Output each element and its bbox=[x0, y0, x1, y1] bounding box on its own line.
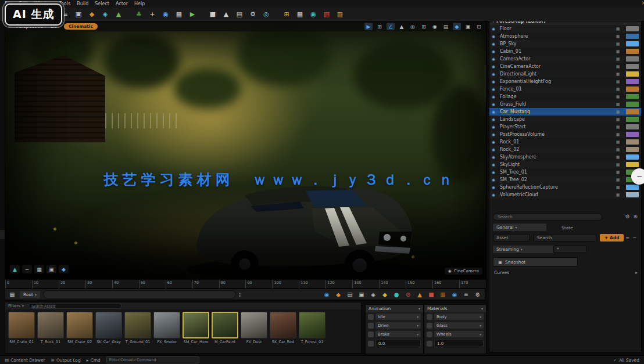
view-options-icon[interactable]: ▣ bbox=[464, 23, 472, 30]
layers-icon[interactable]: ▤ bbox=[345, 290, 355, 299]
outliner-row[interactable]: ◉ SkyLight ▦ bbox=[489, 161, 641, 168]
menu-item[interactable]: Actor bbox=[116, 1, 128, 6]
visibility-eye-icon[interactable]: ◉ bbox=[492, 102, 500, 107]
scale-tool-icon[interactable]: ▲ bbox=[398, 23, 406, 30]
add-actor-icon[interactable]: + bbox=[148, 10, 157, 19]
layers-icon[interactable]: ▧ bbox=[322, 10, 331, 19]
sphere-icon[interactable]: ● bbox=[392, 290, 401, 299]
outliner-row[interactable]: ◉ Foliage ▦ bbox=[489, 93, 641, 100]
visibility-eye-icon[interactable]: ◉ bbox=[492, 49, 500, 54]
visibility-eye-icon[interactable]: ◉ bbox=[492, 34, 500, 39]
outliner-row[interactable]: ◉ CineCameraActor ▦ bbox=[489, 63, 641, 70]
world-settings-icon[interactable]: ◎ bbox=[262, 10, 271, 19]
camera-icon[interactable]: ◉ bbox=[309, 10, 318, 19]
move-tool-icon[interactable]: ⊞ bbox=[375, 23, 384, 30]
visibility-eye-icon[interactable]: ◉ bbox=[492, 57, 500, 62]
asset-tile[interactable]: T_Forest_01 bbox=[299, 312, 325, 344]
modes-icon[interactable]: ◆ bbox=[87, 10, 96, 19]
outliner-row[interactable]: ◉ DirectionalLight ▦ bbox=[489, 70, 641, 78]
outliner-row[interactable]: ◉ Landscape ▦ bbox=[489, 116, 641, 123]
blueprints-icon[interactable]: ◉ bbox=[161, 10, 170, 19]
rotate-tool-icon[interactable]: ∠ bbox=[387, 23, 395, 30]
outliner-row[interactable]: ◉ Fence_01 ▦ bbox=[489, 85, 641, 93]
asset-tile[interactable]: M_CarPaint bbox=[212, 312, 238, 344]
visibility-eye-icon[interactable]: ◉ bbox=[492, 125, 500, 129]
row-dropdown[interactable]: Glass bbox=[434, 322, 484, 329]
viewport-scene[interactable] bbox=[5, 21, 486, 279]
content-drawer-button[interactable]: ▤Content Drawer bbox=[5, 358, 45, 363]
track-search-field[interactable] bbox=[43, 290, 236, 298]
grid-icon[interactable]: ▦ bbox=[295, 10, 305, 19]
asset-search-field[interactable]: Search bbox=[534, 234, 596, 242]
visibility-eye-icon[interactable]: ◉ bbox=[492, 87, 500, 92]
outliner-row[interactable]: ◉ VolumetricCloud ▦ bbox=[489, 191, 641, 199]
asset-tile[interactable]: SM_Car_Hero bbox=[183, 312, 209, 344]
output-log-button[interactable]: ≡Output Log bbox=[51, 358, 81, 363]
cinematics-icon[interactable]: ▦ bbox=[174, 10, 184, 19]
save-icon[interactable]: ▣ bbox=[74, 10, 83, 19]
row-dropdown[interactable]: Wheels bbox=[434, 331, 484, 337]
outliner-row[interactable]: ◉ SkyAtmosphere ▦ bbox=[489, 153, 641, 161]
grid-icon[interactable]: ▦ bbox=[8, 290, 17, 299]
visibility-eye-icon[interactable]: ◉ bbox=[492, 193, 500, 197]
outliner-row[interactable]: ◉ Floor ▦ bbox=[489, 25, 641, 33]
list-icon[interactable]: ≡ bbox=[625, 235, 629, 240]
chevron-right-icon[interactable]: ▸ bbox=[635, 270, 638, 275]
outliner-row[interactable]: ◉ ExponentialHeightFog ▦ bbox=[489, 78, 641, 85]
flag-icon[interactable]: ◉ bbox=[450, 290, 459, 299]
outliner-row[interactable]: ◉ SphereReflectionCapture ▦ bbox=[489, 183, 641, 191]
play-icon[interactable]: ▶ bbox=[188, 10, 197, 19]
sequencer-icon[interactable]: ▥ bbox=[335, 10, 345, 19]
panel-collapse-button[interactable]: − bbox=[631, 168, 644, 185]
viewport[interactable]: ≡ Perspective Lit Cinematic ▶⊞∠▲◎⊞◉▤◆▣⊡ … bbox=[5, 21, 486, 280]
outliner-row[interactable]: ◉ Atmosphere ▦ bbox=[489, 33, 641, 40]
outliner-row[interactable]: ◉ SM_Tree_02 ▦ bbox=[489, 176, 641, 183]
filters-dropdown[interactable]: Filters bbox=[8, 304, 24, 308]
details-add-icon[interactable]: ⊕ bbox=[633, 214, 638, 219]
row-dropdown[interactable]: Body bbox=[434, 313, 484, 320]
asset-tile[interactable]: T_Rock_01 bbox=[37, 312, 64, 344]
animation-panel-header[interactable]: Animation bbox=[366, 305, 423, 312]
minus-icon[interactable]: − bbox=[632, 235, 636, 240]
rail-handle[interactable] bbox=[0, 230, 5, 239]
settings-icon[interactable]: ⚙ bbox=[248, 10, 257, 19]
asset-tile[interactable]: SM_Crate_01 bbox=[8, 312, 35, 344]
record-icon[interactable]: ■ bbox=[427, 290, 436, 299]
outliner-row[interactable]: ◉ SM_Tree_01 ▦ bbox=[489, 168, 641, 176]
ban-icon[interactable]: ⊘ bbox=[403, 290, 413, 299]
world-space-icon[interactable]: ◎ bbox=[409, 23, 417, 30]
outliner-row[interactable]: ◉ Car_Mustang ▦ bbox=[489, 108, 641, 116]
root-dropdown[interactable]: Root bbox=[20, 291, 40, 298]
timeline-ruler[interactable]: 0102030405060708090100110120130140150160… bbox=[5, 279, 486, 289]
key-icon[interactable]: ◆ bbox=[380, 290, 389, 299]
asset-tile[interactable]: T_Ground_01 bbox=[124, 312, 151, 344]
asset-tile[interactable]: SK_Car_Red bbox=[270, 312, 296, 344]
eject-icon[interactable]: ▲ bbox=[221, 10, 231, 19]
snap-translate-icon[interactable]: ⊞ bbox=[420, 23, 428, 30]
sort-arrows[interactable]: ▴▾ bbox=[239, 291, 241, 297]
visibility-eye-icon[interactable]: ◉ bbox=[492, 170, 500, 175]
tiles-icon[interactable]: ▣ bbox=[46, 265, 56, 273]
options-icon[interactable]: ⚙ bbox=[473, 290, 482, 299]
visibility-eye-icon[interactable]: ◉ bbox=[492, 72, 500, 77]
details-search-input[interactable] bbox=[493, 213, 602, 221]
snap-scale-icon[interactable]: ▤ bbox=[442, 23, 450, 30]
asset-search-input[interactable] bbox=[28, 303, 121, 309]
asset-tile[interactable]: SM_Crate_02 bbox=[66, 312, 93, 344]
gem-icon[interactable]: ◆ bbox=[59, 265, 69, 273]
outliner-row[interactable]: ◉ Grass_Field ▦ bbox=[489, 100, 641, 108]
profile-icon[interactable]: ◉ bbox=[322, 290, 331, 299]
landscape-mode-icon[interactable]: ▲ bbox=[114, 10, 123, 19]
visibility-eye-icon[interactable]: ◉ bbox=[492, 185, 500, 190]
save-status[interactable]: ✓All Saved bbox=[613, 358, 639, 363]
platforms-icon[interactable]: ▤ bbox=[235, 10, 244, 19]
snap-icon[interactable]: ⊞ bbox=[282, 10, 291, 19]
row-dropdown[interactable]: Idle bbox=[375, 313, 421, 320]
asset-tile[interactable]: FX_Dust bbox=[241, 312, 267, 344]
visibility-eye-icon[interactable]: ◉ bbox=[492, 80, 500, 84]
asset-label-field[interactable]: Asset bbox=[493, 234, 530, 242]
close-icon[interactable]: × bbox=[641, 0, 644, 6]
outliner-row[interactable]: ◉ Cabin_01 ▦ bbox=[489, 48, 641, 55]
select-tool-icon[interactable]: ▶ bbox=[364, 23, 373, 30]
menu-item[interactable]: Select bbox=[95, 1, 109, 6]
